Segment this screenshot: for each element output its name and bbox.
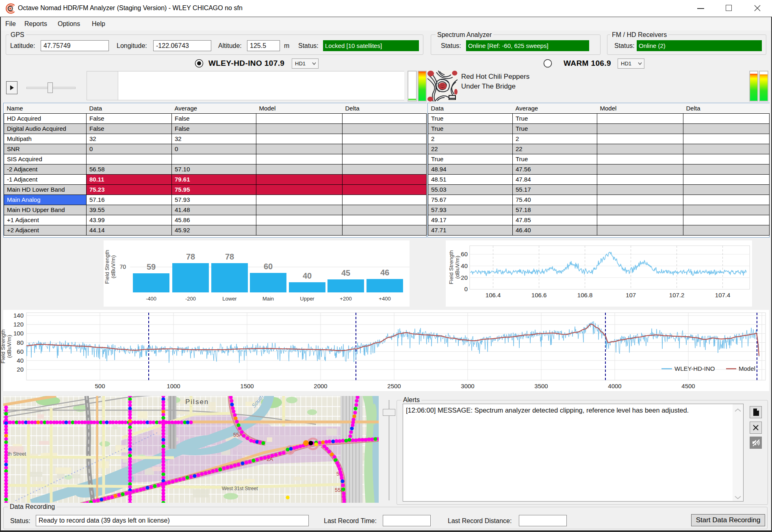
svg-text:107.2: 107.2 <box>669 292 685 298</box>
svg-text:20: 20 <box>461 274 468 281</box>
svg-text:WLEY-HD-INO: WLEY-HD-INO <box>674 365 715 372</box>
svg-text:(dBuV/m): (dBuV/m) <box>110 255 116 278</box>
svg-text:Pilsen: Pilsen <box>185 398 209 406</box>
svg-text:106.8: 106.8 <box>577 292 593 298</box>
svg-text:3500: 3500 <box>534 383 548 389</box>
svg-text:106.6: 106.6 <box>531 292 547 298</box>
svg-text:40: 40 <box>461 262 468 269</box>
svg-text:Field Strength: Field Strength <box>104 250 110 284</box>
svg-text:106.4: 106.4 <box>486 292 501 298</box>
svg-text:120: 120 <box>13 321 24 328</box>
svg-text:70: 70 <box>119 264 126 270</box>
svg-text:1500: 1500 <box>240 383 254 389</box>
svg-text:2000: 2000 <box>314 383 327 389</box>
svg-text:80: 80 <box>17 339 24 346</box>
svg-text:20: 20 <box>17 366 24 373</box>
svg-text:60: 60 <box>17 348 24 355</box>
svg-text:40: 40 <box>17 357 24 364</box>
svg-text:4500: 4500 <box>681 383 695 389</box>
svg-text:Field Strength: Field Strength <box>0 329 6 363</box>
svg-text:3000: 3000 <box>461 383 474 389</box>
svg-text:Field Strength: Field Strength <box>448 250 454 284</box>
svg-text:107: 107 <box>626 292 636 298</box>
svg-text:107.4: 107.4 <box>715 292 731 298</box>
svg-text:100: 100 <box>13 330 24 337</box>
svg-text:(dBuV/m): (dBuV/m) <box>6 335 12 358</box>
svg-text:5th Street: 5th Street <box>5 451 26 457</box>
svg-text:140: 140 <box>13 312 24 319</box>
svg-text:West 31st Street: West 31st Street <box>222 486 258 491</box>
svg-text:2500: 2500 <box>387 383 401 389</box>
svg-text:60: 60 <box>461 251 468 257</box>
svg-text:500: 500 <box>95 383 105 389</box>
svg-text:0: 0 <box>464 285 468 292</box>
svg-text:Model: Model <box>739 365 755 372</box>
svg-text:(dBuV/m): (dBuV/m) <box>454 255 460 279</box>
svg-text:4000: 4000 <box>608 383 621 389</box>
svg-text:1000: 1000 <box>167 383 180 389</box>
